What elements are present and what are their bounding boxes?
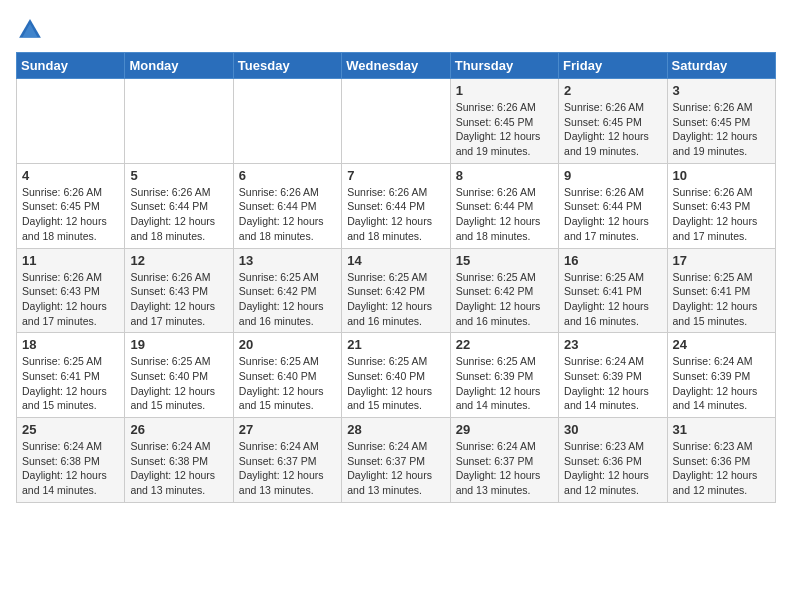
day-number: 30: [564, 422, 661, 437]
day-header-wednesday: Wednesday: [342, 53, 450, 79]
day-number: 23: [564, 337, 661, 352]
logo-icon: [16, 16, 44, 44]
day-info: Sunrise: 6:24 AM Sunset: 6:37 PM Dayligh…: [347, 439, 444, 498]
day-header-sunday: Sunday: [17, 53, 125, 79]
calendar-header-row: SundayMondayTuesdayWednesdayThursdayFrid…: [17, 53, 776, 79]
day-number: 6: [239, 168, 336, 183]
day-info: Sunrise: 6:26 AM Sunset: 6:43 PM Dayligh…: [130, 270, 227, 329]
day-header-saturday: Saturday: [667, 53, 775, 79]
calendar-cell: 4Sunrise: 6:26 AM Sunset: 6:45 PM Daylig…: [17, 163, 125, 248]
day-info: Sunrise: 6:23 AM Sunset: 6:36 PM Dayligh…: [564, 439, 661, 498]
calendar-cell: [17, 79, 125, 164]
day-info: Sunrise: 6:24 AM Sunset: 6:37 PM Dayligh…: [456, 439, 553, 498]
day-number: 8: [456, 168, 553, 183]
day-number: 29: [456, 422, 553, 437]
calendar-cell: 12Sunrise: 6:26 AM Sunset: 6:43 PM Dayli…: [125, 248, 233, 333]
day-info: Sunrise: 6:26 AM Sunset: 6:45 PM Dayligh…: [564, 100, 661, 159]
calendar-cell: 29Sunrise: 6:24 AM Sunset: 6:37 PM Dayli…: [450, 418, 558, 503]
day-number: 12: [130, 253, 227, 268]
day-number: 26: [130, 422, 227, 437]
day-info: Sunrise: 6:26 AM Sunset: 6:44 PM Dayligh…: [564, 185, 661, 244]
day-number: 22: [456, 337, 553, 352]
day-info: Sunrise: 6:26 AM Sunset: 6:44 PM Dayligh…: [347, 185, 444, 244]
day-info: Sunrise: 6:25 AM Sunset: 6:41 PM Dayligh…: [673, 270, 770, 329]
calendar-cell: 8Sunrise: 6:26 AM Sunset: 6:44 PM Daylig…: [450, 163, 558, 248]
day-header-thursday: Thursday: [450, 53, 558, 79]
day-number: 27: [239, 422, 336, 437]
day-number: 1: [456, 83, 553, 98]
calendar-cell: 27Sunrise: 6:24 AM Sunset: 6:37 PM Dayli…: [233, 418, 341, 503]
day-info: Sunrise: 6:25 AM Sunset: 6:40 PM Dayligh…: [347, 354, 444, 413]
day-info: Sunrise: 6:26 AM Sunset: 6:43 PM Dayligh…: [22, 270, 119, 329]
day-number: 16: [564, 253, 661, 268]
day-number: 7: [347, 168, 444, 183]
day-info: Sunrise: 6:24 AM Sunset: 6:39 PM Dayligh…: [673, 354, 770, 413]
calendar-cell: 23Sunrise: 6:24 AM Sunset: 6:39 PM Dayli…: [559, 333, 667, 418]
day-number: 15: [456, 253, 553, 268]
day-number: 4: [22, 168, 119, 183]
calendar-cell: 24Sunrise: 6:24 AM Sunset: 6:39 PM Dayli…: [667, 333, 775, 418]
calendar-cell: 15Sunrise: 6:25 AM Sunset: 6:42 PM Dayli…: [450, 248, 558, 333]
calendar-cell: 16Sunrise: 6:25 AM Sunset: 6:41 PM Dayli…: [559, 248, 667, 333]
day-number: 31: [673, 422, 770, 437]
calendar-cell: 7Sunrise: 6:26 AM Sunset: 6:44 PM Daylig…: [342, 163, 450, 248]
day-info: Sunrise: 6:25 AM Sunset: 6:40 PM Dayligh…: [130, 354, 227, 413]
day-info: Sunrise: 6:25 AM Sunset: 6:42 PM Dayligh…: [347, 270, 444, 329]
day-header-tuesday: Tuesday: [233, 53, 341, 79]
day-info: Sunrise: 6:26 AM Sunset: 6:44 PM Dayligh…: [239, 185, 336, 244]
day-number: 9: [564, 168, 661, 183]
day-info: Sunrise: 6:25 AM Sunset: 6:42 PM Dayligh…: [456, 270, 553, 329]
calendar-cell: 10Sunrise: 6:26 AM Sunset: 6:43 PM Dayli…: [667, 163, 775, 248]
calendar-week-5: 25Sunrise: 6:24 AM Sunset: 6:38 PM Dayli…: [17, 418, 776, 503]
calendar-cell: 20Sunrise: 6:25 AM Sunset: 6:40 PM Dayli…: [233, 333, 341, 418]
calendar-week-3: 11Sunrise: 6:26 AM Sunset: 6:43 PM Dayli…: [17, 248, 776, 333]
day-info: Sunrise: 6:26 AM Sunset: 6:43 PM Dayligh…: [673, 185, 770, 244]
calendar-cell: [233, 79, 341, 164]
calendar-cell: 1Sunrise: 6:26 AM Sunset: 6:45 PM Daylig…: [450, 79, 558, 164]
day-number: 2: [564, 83, 661, 98]
day-number: 13: [239, 253, 336, 268]
calendar-cell: 31Sunrise: 6:23 AM Sunset: 6:36 PM Dayli…: [667, 418, 775, 503]
day-number: 21: [347, 337, 444, 352]
day-number: 5: [130, 168, 227, 183]
day-info: Sunrise: 6:26 AM Sunset: 6:45 PM Dayligh…: [22, 185, 119, 244]
calendar-cell: 9Sunrise: 6:26 AM Sunset: 6:44 PM Daylig…: [559, 163, 667, 248]
day-number: 14: [347, 253, 444, 268]
day-number: 11: [22, 253, 119, 268]
day-info: Sunrise: 6:26 AM Sunset: 6:44 PM Dayligh…: [130, 185, 227, 244]
day-number: 18: [22, 337, 119, 352]
day-number: 24: [673, 337, 770, 352]
day-number: 25: [22, 422, 119, 437]
day-info: Sunrise: 6:25 AM Sunset: 6:42 PM Dayligh…: [239, 270, 336, 329]
day-info: Sunrise: 6:25 AM Sunset: 6:41 PM Dayligh…: [564, 270, 661, 329]
calendar-week-1: 1Sunrise: 6:26 AM Sunset: 6:45 PM Daylig…: [17, 79, 776, 164]
day-number: 10: [673, 168, 770, 183]
calendar-cell: [125, 79, 233, 164]
calendar-cell: 26Sunrise: 6:24 AM Sunset: 6:38 PM Dayli…: [125, 418, 233, 503]
logo: [16, 16, 48, 44]
day-info: Sunrise: 6:26 AM Sunset: 6:45 PM Dayligh…: [456, 100, 553, 159]
calendar-cell: 14Sunrise: 6:25 AM Sunset: 6:42 PM Dayli…: [342, 248, 450, 333]
calendar-cell: 3Sunrise: 6:26 AM Sunset: 6:45 PM Daylig…: [667, 79, 775, 164]
day-info: Sunrise: 6:25 AM Sunset: 6:41 PM Dayligh…: [22, 354, 119, 413]
calendar-cell: 2Sunrise: 6:26 AM Sunset: 6:45 PM Daylig…: [559, 79, 667, 164]
day-info: Sunrise: 6:24 AM Sunset: 6:39 PM Dayligh…: [564, 354, 661, 413]
day-info: Sunrise: 6:25 AM Sunset: 6:39 PM Dayligh…: [456, 354, 553, 413]
calendar-week-4: 18Sunrise: 6:25 AM Sunset: 6:41 PM Dayli…: [17, 333, 776, 418]
calendar-cell: 5Sunrise: 6:26 AM Sunset: 6:44 PM Daylig…: [125, 163, 233, 248]
calendar-cell: 17Sunrise: 6:25 AM Sunset: 6:41 PM Dayli…: [667, 248, 775, 333]
day-number: 19: [130, 337, 227, 352]
calendar-cell: 30Sunrise: 6:23 AM Sunset: 6:36 PM Dayli…: [559, 418, 667, 503]
day-header-friday: Friday: [559, 53, 667, 79]
calendar-cell: 21Sunrise: 6:25 AM Sunset: 6:40 PM Dayli…: [342, 333, 450, 418]
calendar-cell: 6Sunrise: 6:26 AM Sunset: 6:44 PM Daylig…: [233, 163, 341, 248]
day-info: Sunrise: 6:23 AM Sunset: 6:36 PM Dayligh…: [673, 439, 770, 498]
calendar-cell: [342, 79, 450, 164]
day-info: Sunrise: 6:26 AM Sunset: 6:45 PM Dayligh…: [673, 100, 770, 159]
day-info: Sunrise: 6:24 AM Sunset: 6:38 PM Dayligh…: [130, 439, 227, 498]
calendar-table: SundayMondayTuesdayWednesdayThursdayFrid…: [16, 52, 776, 503]
day-info: Sunrise: 6:24 AM Sunset: 6:37 PM Dayligh…: [239, 439, 336, 498]
day-info: Sunrise: 6:25 AM Sunset: 6:40 PM Dayligh…: [239, 354, 336, 413]
day-number: 3: [673, 83, 770, 98]
calendar-cell: 13Sunrise: 6:25 AM Sunset: 6:42 PM Dayli…: [233, 248, 341, 333]
